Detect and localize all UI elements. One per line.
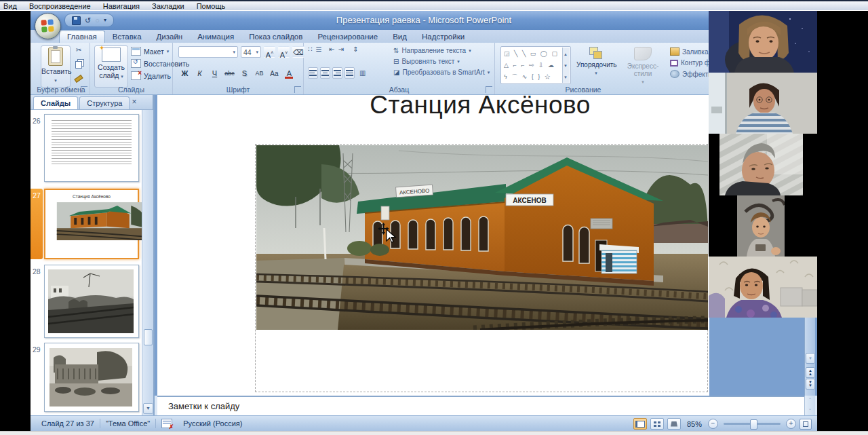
tab-design[interactable]: Дизайн xyxy=(149,31,191,43)
tab-addins[interactable]: Надстройки xyxy=(414,31,472,43)
cut-icon[interactable]: ✂ xyxy=(73,47,84,56)
format-painter-icon[interactable] xyxy=(73,71,84,81)
woman-dark-blue-room xyxy=(709,11,817,73)
slide-thumbnail-29[interactable] xyxy=(44,343,139,412)
spellcheck-icon[interactable] xyxy=(161,419,172,428)
group-label-slides: Слайды xyxy=(90,86,172,94)
tab-review[interactable]: Рецензирование xyxy=(310,31,385,43)
player-menu-bar: Вид Воспроизведение Навигация Закладки П… xyxy=(0,0,868,11)
normal-view-button[interactable] xyxy=(633,418,647,430)
menu-view[interactable]: Вид xyxy=(3,2,17,10)
menu-bookmarks[interactable]: Закладки xyxy=(152,2,184,10)
undo-icon[interactable]: ↺ xyxy=(85,17,91,24)
panel-close-icon[interactable]: × xyxy=(130,97,139,107)
thumbnail-27-title: Станция Аксёново xyxy=(45,194,138,199)
arrange-button[interactable]: Упорядочить ▾ xyxy=(576,47,616,76)
panel-scrollbar-thumb[interactable] xyxy=(144,329,153,345)
strikethrough-button[interactable]: abc xyxy=(223,67,236,80)
webcam-participant-1[interactable] xyxy=(709,11,817,73)
font-color-button[interactable]: А xyxy=(283,67,296,80)
decrease-indent-icon[interactable]: ⇤ xyxy=(329,46,334,53)
slideshow-button[interactable] xyxy=(667,418,681,430)
tab-animation[interactable]: Анимация xyxy=(190,31,241,43)
reset-icon xyxy=(131,59,141,68)
status-theme: "Тема Office" xyxy=(100,419,155,428)
align-text-button[interactable]: ⊟ Выровнять текст ▾ xyxy=(393,58,490,65)
shapes-gallery[interactable]: ◲ ╲ ╲ ▭ ◯ ▢ △ ⌐ ⌐ ⇨ ⇩ ☁ ϟ ⌒ ∿ { } ☆ ▲▼▼ xyxy=(500,46,571,84)
quick-styles-button[interactable]: Экспресс-стили ▾ xyxy=(618,47,667,85)
line-spacing-icon[interactable]: ⇕ xyxy=(353,46,358,53)
shapes-gallery-scrollbar[interactable]: ▲▼▼ xyxy=(562,48,570,83)
panel-scroll-down-icon[interactable]: ▼ xyxy=(143,403,153,414)
tab-view[interactable]: Вид xyxy=(385,31,414,43)
paste-button[interactable]: Вставить ▾ xyxy=(41,45,71,88)
italic-button[interactable]: К xyxy=(193,67,206,80)
justify-button[interactable] xyxy=(344,67,355,79)
notes-pane[interactable]: Заметки к слайду xyxy=(157,396,804,415)
next-slide-button[interactable]: ▼▼ xyxy=(806,379,815,390)
tab-slideshow[interactable]: Показ слайдов xyxy=(241,31,310,43)
bold-button[interactable]: Ж xyxy=(178,67,191,80)
tab-home[interactable]: Главная xyxy=(59,31,105,43)
align-center-button[interactable] xyxy=(320,67,330,79)
menu-help[interactable]: Помощь xyxy=(197,2,226,10)
copy-icon[interactable] xyxy=(73,59,84,69)
webcam-participant-2[interactable] xyxy=(709,73,817,134)
zoom-slider-thumb[interactable] xyxy=(750,419,757,430)
character-spacing-button[interactable]: АВ xyxy=(253,67,266,80)
webcam-participant-4[interactable] xyxy=(737,195,785,257)
save-icon[interactable] xyxy=(72,16,81,25)
change-case-button[interactable]: Аа xyxy=(268,67,281,80)
slide-thumbnail-27[interactable]: Станция Аксёново xyxy=(44,189,139,259)
align-left-button[interactable] xyxy=(308,67,318,79)
menu-navigation[interactable]: Навигация xyxy=(103,2,140,10)
shrink-font-button[interactable]: А˅ xyxy=(278,46,290,58)
slide-sorter-button[interactable] xyxy=(650,418,664,430)
font-name-combo[interactable]: ▾ xyxy=(178,46,238,58)
previous-slide-button[interactable]: ▲▲ xyxy=(806,367,815,378)
slide-canvas[interactable]: Станция Аксёново xyxy=(157,95,709,396)
qat-dropdown-icon[interactable]: ▾ xyxy=(104,18,106,23)
slide-number-27-selected: 27 xyxy=(31,189,43,259)
fit-to-window-button[interactable] xyxy=(800,419,812,430)
webcam-participant-3[interactable] xyxy=(719,134,803,195)
grow-font-button[interactable]: А˄ xyxy=(264,46,275,58)
bullets-icon[interactable]: ∷ xyxy=(308,46,312,53)
webcam-participant-5[interactable] xyxy=(709,257,817,318)
clipboard-small-buttons: ✂ xyxy=(73,47,84,81)
panel-tab-slides[interactable]: Слайды xyxy=(33,96,78,109)
convert-smartart-button[interactable]: ◪ Преобразовать в SmartArt ▾ xyxy=(393,69,490,76)
underline-button[interactable]: Ч xyxy=(208,67,221,80)
text-direction-button[interactable]: ⇅ Направление текста ▾ xyxy=(393,47,490,54)
slide-thumbnail-28[interactable] xyxy=(44,265,139,338)
panel-scrollbar[interactable]: ▼ xyxy=(142,110,153,415)
font-size-combo[interactable]: 44▾ xyxy=(241,46,261,58)
notes-scrollbar[interactable]: ⌃⌄ xyxy=(804,396,815,415)
zoom-in-button[interactable]: + xyxy=(786,419,796,429)
screen: Вид Воспроизведение Навигация Закладки П… xyxy=(0,0,868,435)
new-slide-button[interactable]: ✦ Создать слайд ▾ xyxy=(94,45,128,88)
slide-title[interactable]: Станция Аксёново xyxy=(256,91,704,119)
zoom-out-button[interactable]: − xyxy=(708,419,718,429)
columns-icon[interactable]: ▥ xyxy=(359,70,366,77)
status-language[interactable]: Русский (Россия) xyxy=(178,419,248,428)
notes-placeholder[interactable]: Заметки к слайду xyxy=(168,401,239,411)
tab-insert[interactable]: Вставка xyxy=(105,31,149,43)
slides-panel: Слайды Структура × 26 27 Станция Аксёнов… xyxy=(31,95,155,415)
clipboard-dialog-launcher[interactable] xyxy=(81,86,87,93)
slide-photo[interactable]: АКСЕНОВО АКСЕНОВ xyxy=(256,145,708,330)
menu-playback[interactable]: Воспроизведение xyxy=(29,2,91,10)
scroll-down-button[interactable]: ▼ xyxy=(806,353,815,364)
clear-formatting-button[interactable]: ⌫ xyxy=(292,46,304,58)
increase-indent-icon[interactable]: ⇥ xyxy=(338,46,344,53)
numbering-icon[interactable]: ☰ xyxy=(315,46,321,53)
zoom-slider[interactable] xyxy=(724,423,781,425)
align-right-button[interactable] xyxy=(332,67,342,79)
ribbon-tab-row: Главная Вставка Дизайн Анимация Показ сл… xyxy=(31,30,817,43)
office-button[interactable] xyxy=(35,13,61,39)
zoom-level[interactable]: 85% xyxy=(687,420,702,428)
thumbnail-28-photo xyxy=(48,269,134,333)
slide-thumbnail-26[interactable] xyxy=(44,114,139,182)
text-shadow-button[interactable]: S xyxy=(238,67,251,80)
panel-tab-outline[interactable]: Структура xyxy=(79,96,130,109)
